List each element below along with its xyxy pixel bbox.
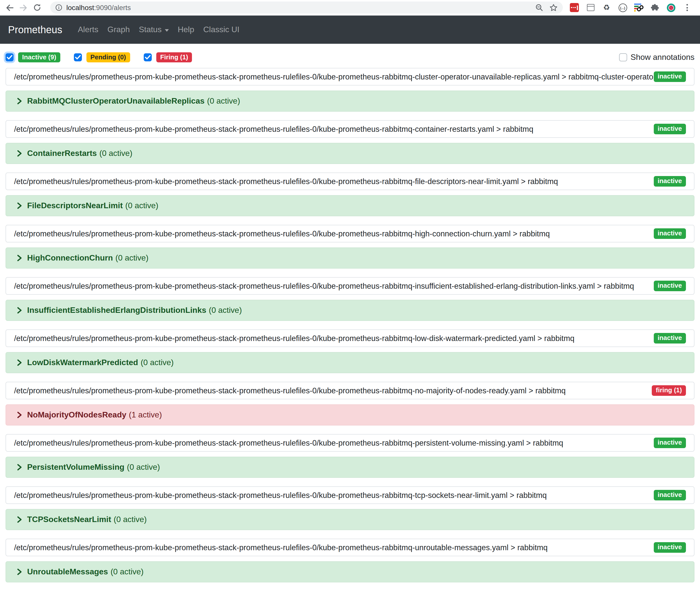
back-button[interactable] bbox=[3, 1, 17, 14]
rule-group-header: /etc/prometheus/rules/prometheus-prom-ku… bbox=[5, 172, 695, 190]
checkmark-icon bbox=[145, 55, 150, 60]
rule-group-header: /etc/prometheus/rules/prometheus-prom-ku… bbox=[5, 382, 695, 399]
rule-group-header: /etc/prometheus/rules/prometheus-prom-ku… bbox=[5, 330, 695, 347]
extensions-bar: ♻ {...} bbox=[569, 2, 692, 13]
rule-file-path: /etc/prometheus/rules/prometheus-prom-ku… bbox=[14, 229, 550, 238]
rule-active-count: (0 active) bbox=[99, 149, 132, 158]
nav-item-status[interactable]: Status bbox=[134, 25, 173, 34]
rule-name: FileDescriptorsNearLimit bbox=[27, 201, 123, 210]
rule-active-count: (0 active) bbox=[125, 201, 158, 210]
rule-group-header: /etc/prometheus/rules/prometheus-prom-ku… bbox=[5, 539, 695, 556]
filter-firing[interactable]: Firing (1) bbox=[144, 52, 192, 63]
group-state-badge: inactive bbox=[653, 437, 686, 448]
reload-button[interactable] bbox=[30, 1, 44, 14]
chevron-right-icon bbox=[16, 411, 23, 418]
nav-item-label: Graph bbox=[107, 25, 130, 34]
rule-name: HighConnectionChurn bbox=[27, 254, 113, 263]
rule-row[interactable]: HighConnectionChurn (0 active) bbox=[5, 247, 695, 268]
rule-row[interactable]: PersistentVolumeMissing (0 active) bbox=[5, 457, 695, 478]
pending-checkbox[interactable] bbox=[74, 53, 82, 62]
nav-item-label: Alerts bbox=[78, 25, 99, 34]
rule-row[interactable]: ContainerRestarts (0 active) bbox=[5, 143, 695, 164]
rule-file-path: /etc/prometheus/rules/prometheus-prom-ku… bbox=[14, 491, 547, 500]
nav-item-classic-ui[interactable]: Classic UI bbox=[199, 25, 244, 34]
window-icon bbox=[587, 4, 594, 11]
window-extension-button[interactable] bbox=[585, 2, 596, 13]
browser-menu-button[interactable] bbox=[682, 2, 692, 13]
rule-active-count: (0 active) bbox=[114, 515, 147, 524]
bars-link-icon bbox=[634, 2, 644, 13]
show-annotations-toggle[interactable]: Show annotations bbox=[616, 53, 695, 62]
rule-file-path: /etc/prometheus/rules/prometheus-prom-ku… bbox=[14, 543, 548, 552]
back-arrow-icon bbox=[5, 3, 14, 12]
rule-file-path: /etc/prometheus/rules/prometheus-prom-ku… bbox=[14, 438, 563, 447]
rule-group-header: /etc/prometheus/rules/prometheus-prom-ku… bbox=[5, 68, 695, 86]
filter-pending[interactable]: Pending (0) bbox=[74, 52, 130, 63]
recycle-icon: ♻ bbox=[603, 4, 610, 11]
rule-active-count: (0 active) bbox=[209, 306, 242, 315]
rule-row[interactable]: UnroutableMessages (0 active) bbox=[5, 561, 695, 582]
rule-row[interactable]: NoMajorityOfNodesReady (1 active) bbox=[5, 404, 695, 426]
forward-arrow-icon bbox=[19, 3, 28, 12]
extensions-menu-button[interactable] bbox=[650, 2, 660, 13]
lastpass-icon bbox=[570, 3, 579, 12]
show-annotations-label: Show annotations bbox=[631, 53, 695, 62]
forward-button[interactable] bbox=[17, 1, 30, 14]
filter-inactive[interactable]: Inactive (9) bbox=[5, 52, 60, 63]
lastpass-extension-button[interactable] bbox=[569, 2, 579, 13]
alerts-page: Inactive (9) Pending (0) Firing (1) Show… bbox=[0, 44, 700, 582]
chevron-right-icon bbox=[16, 464, 23, 471]
rule-active-count: (0 active) bbox=[110, 567, 144, 576]
url-path: :9090/alerts bbox=[94, 3, 131, 11]
rule-row[interactable]: RabbitMQClusterOperatorUnavailableReplic… bbox=[5, 91, 695, 112]
firing-filter-badge[interactable]: Firing (1) bbox=[156, 52, 192, 63]
url-text[interactable]: localhost:9090/alerts bbox=[66, 3, 131, 11]
address-bar[interactable]: localhost:9090/alerts bbox=[50, 1, 563, 14]
rule-name: ContainerRestarts bbox=[27, 149, 97, 158]
rule-row[interactable]: InsufficientEstablishedErlangDistributio… bbox=[5, 300, 695, 321]
group-state-badge: inactive bbox=[653, 228, 686, 239]
group-state-badge: inactive bbox=[653, 124, 686, 134]
show-annotations-checkbox[interactable] bbox=[619, 53, 627, 62]
inactive-filter-badge[interactable]: Inactive (9) bbox=[18, 52, 60, 63]
checkmark-icon bbox=[6, 55, 12, 60]
rule-name: RabbitMQClusterOperatorUnavailableReplic… bbox=[27, 97, 204, 105]
nav-item-graph[interactable]: Graph bbox=[103, 25, 134, 34]
rule-group: /etc/prometheus/rules/prometheus-prom-ku… bbox=[5, 172, 695, 216]
nav-item-help[interactable]: Help bbox=[173, 25, 199, 34]
group-state-badge: inactive bbox=[653, 490, 686, 500]
brand-prometheus[interactable]: Prometheus bbox=[8, 24, 62, 35]
bookmark-star[interactable] bbox=[549, 3, 558, 12]
rule-active-count: (0 active) bbox=[141, 358, 174, 367]
rule-row[interactable]: TCPSocketsNearLimit (0 active) bbox=[5, 509, 695, 530]
rule-group-header: /etc/prometheus/rules/prometheus-prom-ku… bbox=[5, 277, 695, 295]
rule-file-path: /etc/prometheus/rules/prometheus-prom-ku… bbox=[14, 72, 653, 81]
reload-icon bbox=[33, 3, 41, 11]
rule-group: /etc/prometheus/rules/prometheus-prom-ku… bbox=[5, 382, 695, 426]
rule-row[interactable]: LowDiskWatermarkPredicted (0 active) bbox=[5, 352, 695, 373]
chevron-right-icon bbox=[16, 307, 23, 314]
filter-bar: Inactive (9) Pending (0) Firing (1) Show… bbox=[5, 51, 695, 64]
rule-name: NoMajorityOfNodesReady bbox=[27, 410, 126, 420]
url-host: localhost bbox=[66, 3, 94, 11]
recycle-extension-button[interactable]: ♻ bbox=[601, 2, 611, 13]
rule-row[interactable]: FileDescriptorsNearLimit (0 active) bbox=[5, 195, 695, 216]
pending-filter-badge[interactable]: Pending (0) bbox=[86, 52, 130, 63]
zoom-out-indicator[interactable] bbox=[535, 3, 543, 11]
group-state-badge: inactive bbox=[653, 71, 686, 82]
rule-group-header: /etc/prometheus/rules/prometheus-prom-ku… bbox=[5, 434, 695, 452]
json-extension-button[interactable]: {...} bbox=[618, 2, 628, 13]
rule-active-count: (0 active) bbox=[127, 463, 160, 472]
nav-item-label: Status bbox=[139, 25, 161, 34]
rule-group: /etc/prometheus/rules/prometheus-prom-ku… bbox=[5, 539, 695, 582]
nav-item-alerts[interactable]: Alerts bbox=[73, 25, 103, 34]
chevron-right-icon bbox=[16, 516, 23, 523]
firing-checkbox[interactable] bbox=[144, 53, 151, 62]
checkmark-icon bbox=[75, 55, 81, 60]
site-info-icon[interactable] bbox=[55, 4, 62, 11]
shortlink-extension-button[interactable] bbox=[634, 2, 644, 13]
star-icon bbox=[549, 3, 558, 12]
inactive-checkbox[interactable] bbox=[5, 53, 14, 62]
rule-file-path: /etc/prometheus/rules/prometheus-prom-ku… bbox=[14, 177, 558, 186]
profile-avatar-button[interactable] bbox=[666, 2, 676, 13]
